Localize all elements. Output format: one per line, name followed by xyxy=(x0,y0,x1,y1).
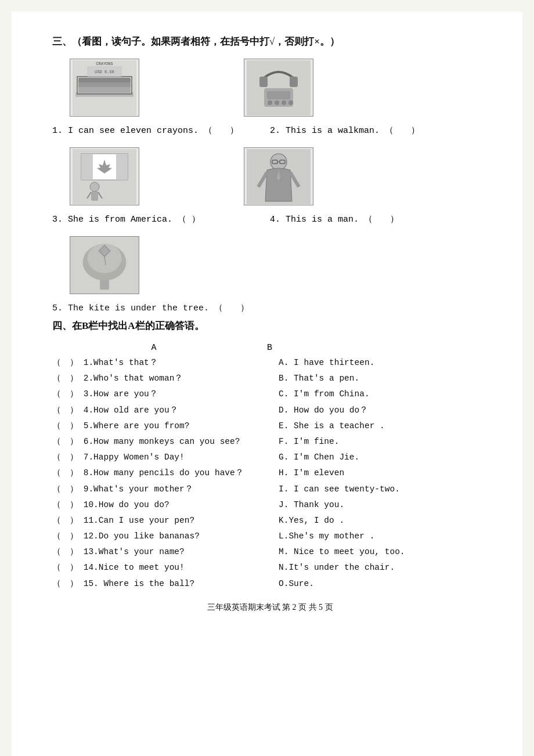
svg-point-16 xyxy=(282,100,286,105)
section-4-title: 四、在B栏中找出A栏的正确答语。 xyxy=(52,319,488,332)
svg-rect-11 xyxy=(290,77,298,87)
col-b-item-6: F. I'm fine. xyxy=(273,435,488,448)
matching-row-9: （ ） 9.What's your mother？I. I can see tw… xyxy=(52,483,488,496)
col-a-item-4: （ ） 4.How old are you？ xyxy=(52,404,273,417)
matching-row-12: （ ） 12.Do you like bananas?L.She's my mo… xyxy=(52,530,488,543)
col-b-item-5: E. She is a teacher . xyxy=(273,419,488,433)
col-b-item-4: D. How do you do？ xyxy=(273,404,488,417)
col-a-item-9: （ ） 9.What's your mother？ xyxy=(52,483,273,496)
image-tree xyxy=(70,236,139,294)
svg-point-14 xyxy=(268,100,272,105)
col-a-item-13: （ ） 13.What's your name? xyxy=(52,545,273,559)
col-b-item-11: K.Yes, I do . xyxy=(273,514,488,527)
svg-rect-20 xyxy=(81,154,93,180)
col-b-header: B xyxy=(255,343,488,353)
col-b-item-7: G. I'm Chen Jie. xyxy=(273,451,488,464)
footer-text: 三年级英语期末考试 第 2 页 共 5 页 xyxy=(207,603,333,612)
matching-list: （ ） 1.What's that？A. I have thirteen.（ ）… xyxy=(52,356,488,591)
col-b-item-8: H. I'm eleven xyxy=(273,466,488,480)
col-a-item-3: （ ） 3.How are you？ xyxy=(52,388,273,401)
q2-line: 2. This is a walkman. （ ） xyxy=(270,125,488,136)
svg-point-17 xyxy=(288,100,293,105)
col-b-item-12: L.She's my mother . xyxy=(273,530,488,543)
image-canada xyxy=(70,147,139,205)
col-b-item-3: C. I'm from China. xyxy=(273,388,488,401)
footer: 三年级英语期末考试 第 2 页 共 5 页 xyxy=(52,602,488,613)
q4-text: 4. This is a man. （ ） xyxy=(270,215,399,225)
q1-line: 1. I can see eleven crayons. （ ） xyxy=(52,125,270,136)
col-a-item-2: （ ） 2.Who's that woman？ xyxy=(52,372,273,385)
col-a-item-5: （ ） 5.Where are you from? xyxy=(52,419,273,433)
matching-row-10: （ ） 10.How do you do?J. Thank you. xyxy=(52,498,488,512)
q1-q2-row: 1. I can see eleven crayons. （ ） 2. This… xyxy=(52,125,488,136)
matching-row-14: （ ） 14.Nice to meet you!N.It's under the… xyxy=(52,561,488,574)
matching-row-15: （ ） 15. Where is the ball?O.Sure. xyxy=(52,577,488,591)
matching-row-3: （ ） 3.How are you？C. I'm from China. xyxy=(52,388,488,401)
col-a-item-10: （ ） 10.How do you do? xyxy=(52,498,273,512)
q4-line: 4. This is a man. （ ） xyxy=(270,214,488,225)
svg-rect-13 xyxy=(267,91,290,99)
col-b-item-1: A. I have thirteen. xyxy=(273,356,488,370)
svg-rect-10 xyxy=(259,77,268,87)
svg-rect-9 xyxy=(247,60,311,115)
section-3: 三、（看图，读句子。如果两者相符，在括号中打√，否则打×。） USD xyxy=(52,35,488,313)
q5-line: 5. The kite is under the tree. （ ） xyxy=(52,302,488,313)
col-a-item-15: （ ） 15. Where is the ball? xyxy=(52,577,273,591)
section-3-title: 三、（看图，读句子。如果两者相符，在括号中打√，否则打×。） xyxy=(52,35,488,48)
image-crayons: USD 6.50 CRAYONS xyxy=(70,59,139,117)
matching-row-7: （ ） 7.Happy Women's Day!G. I'm Chen Jie. xyxy=(52,451,488,464)
col-a-item-1: （ ） 1.What's that？ xyxy=(52,356,273,370)
col-b-item-2: B. That's a pen. xyxy=(273,372,488,385)
matching-row-1: （ ） 1.What's that？A. I have thirteen. xyxy=(52,356,488,370)
q1-text: 1. I can see eleven crayons. （ ） xyxy=(52,126,239,136)
svg-rect-4 xyxy=(78,87,131,93)
col-a-item-12: （ ） 12.Do you like bananas? xyxy=(52,530,273,543)
col-a-header: A xyxy=(52,343,255,353)
col-headers: A B xyxy=(52,343,488,353)
crayons-svg: USD 6.50 CRAYONS xyxy=(73,60,136,115)
man-svg xyxy=(247,149,311,204)
images-row-1: USD 6.50 CRAYONS xyxy=(70,59,488,117)
col-a-item-7: （ ） 7.Happy Women's Day! xyxy=(52,451,273,464)
col-a-item-8: （ ） 8.How many pencils do you have？ xyxy=(52,466,273,480)
svg-text:CRAYONS: CRAYONS xyxy=(96,62,113,66)
matching-row-11: （ ） 11.Can I use your pen?K.Yes, I do . xyxy=(52,514,488,527)
col-b-item-13: M. Nice to meet you, too. xyxy=(273,545,488,559)
images-row-3 xyxy=(70,236,488,294)
svg-point-23 xyxy=(90,182,99,191)
matching-row-8: （ ） 8.How many pencils do you have？H. I'… xyxy=(52,466,488,480)
col-a-item-6: （ ） 6.How many monkeys can you see? xyxy=(52,435,273,448)
col-b-item-9: I. I can see twenty-two. xyxy=(273,483,488,496)
svg-rect-21 xyxy=(116,154,128,180)
canada-svg xyxy=(73,149,136,204)
col-a-item-14: （ ） 14.Nice to meet you! xyxy=(52,561,273,574)
svg-rect-1 xyxy=(75,92,134,97)
image-man xyxy=(244,147,313,205)
q3-line: 3. She is from America. （ ） xyxy=(52,214,270,225)
matching-row-6: （ ） 6.How many monkeys can you see?F. I'… xyxy=(52,435,488,448)
walkman-svg xyxy=(247,60,311,115)
image-walkman xyxy=(244,59,313,117)
q3-q4-row: 3. She is from America. （ ） 4. This is a… xyxy=(52,214,488,225)
col-a-item-11: （ ） 11.Can I use your pen? xyxy=(52,514,273,527)
svg-point-15 xyxy=(275,100,279,105)
tree-svg xyxy=(70,236,139,294)
section-4: 四、在B栏中找出A栏的正确答语。 A B （ ） 1.What's that？A… xyxy=(52,319,488,591)
col-b-item-15: O.Sure. xyxy=(273,577,488,591)
matching-row-4: （ ） 4.How old are you？D. How do you do？ xyxy=(52,404,488,417)
matching-row-5: （ ） 5.Where are you from?E. She is a tea… xyxy=(52,419,488,433)
q5-text: 5. The kite is under the tree. （ ） xyxy=(52,302,249,313)
svg-text:USD 6.50: USD 6.50 xyxy=(95,70,114,74)
images-row-2 xyxy=(70,147,488,205)
col-b-item-10: J. Thank you. xyxy=(273,498,488,512)
svg-rect-24 xyxy=(91,191,98,201)
q3-text: 3. She is from America. （ ） xyxy=(52,215,200,225)
matching-row-2: （ ） 2.Who's that woman？B. That's a pen. xyxy=(52,372,488,385)
q2-text: 2. This is a walkman. （ ） xyxy=(270,126,420,136)
matching-row-13: （ ） 13.What's your name?M. Nice to meet … xyxy=(52,545,488,559)
exam-page: 三、（看图，读句子。如果两者相符，在括号中打√，否则打×。） USD xyxy=(12,12,522,756)
col-b-item-14: N.It's under the chair. xyxy=(273,561,488,574)
